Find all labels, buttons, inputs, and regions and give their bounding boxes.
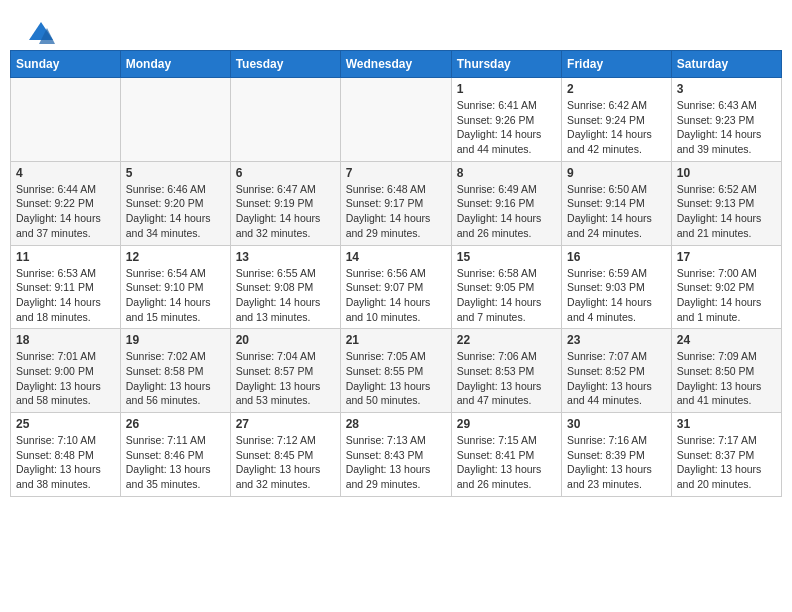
calendar-cell: 11Sunrise: 6:53 AM Sunset: 9:11 PM Dayli… xyxy=(11,245,121,329)
day-number: 11 xyxy=(16,250,115,264)
day-info: Sunrise: 6:52 AM Sunset: 9:13 PM Dayligh… xyxy=(677,182,776,241)
day-number: 4 xyxy=(16,166,115,180)
day-info: Sunrise: 6:54 AM Sunset: 9:10 PM Dayligh… xyxy=(126,266,225,325)
days-header-row: SundayMondayTuesdayWednesdayThursdayFrid… xyxy=(11,51,782,78)
day-info: Sunrise: 7:13 AM Sunset: 8:43 PM Dayligh… xyxy=(346,433,446,492)
day-info: Sunrise: 7:01 AM Sunset: 9:00 PM Dayligh… xyxy=(16,349,115,408)
day-number: 28 xyxy=(346,417,446,431)
calendar-cell: 21Sunrise: 7:05 AM Sunset: 8:55 PM Dayli… xyxy=(340,329,451,413)
calendar-cell xyxy=(340,78,451,162)
day-number: 3 xyxy=(677,82,776,96)
calendar-cell: 13Sunrise: 6:55 AM Sunset: 9:08 PM Dayli… xyxy=(230,245,340,329)
day-info: Sunrise: 7:16 AM Sunset: 8:39 PM Dayligh… xyxy=(567,433,666,492)
calendar-week-5: 25Sunrise: 7:10 AM Sunset: 8:48 PM Dayli… xyxy=(11,413,782,497)
day-info: Sunrise: 7:00 AM Sunset: 9:02 PM Dayligh… xyxy=(677,266,776,325)
day-number: 22 xyxy=(457,333,556,347)
logo xyxy=(25,20,55,40)
day-info: Sunrise: 7:06 AM Sunset: 8:53 PM Dayligh… xyxy=(457,349,556,408)
day-number: 27 xyxy=(236,417,335,431)
day-number: 20 xyxy=(236,333,335,347)
day-number: 7 xyxy=(346,166,446,180)
calendar-week-3: 11Sunrise: 6:53 AM Sunset: 9:11 PM Dayli… xyxy=(11,245,782,329)
calendar-cell xyxy=(11,78,121,162)
calendar-cell: 9Sunrise: 6:50 AM Sunset: 9:14 PM Daylig… xyxy=(562,161,672,245)
calendar-cell xyxy=(230,78,340,162)
calendar-cell: 19Sunrise: 7:02 AM Sunset: 8:58 PM Dayli… xyxy=(120,329,230,413)
day-info: Sunrise: 6:46 AM Sunset: 9:20 PM Dayligh… xyxy=(126,182,225,241)
calendar-cell: 8Sunrise: 6:49 AM Sunset: 9:16 PM Daylig… xyxy=(451,161,561,245)
calendar-cell: 2Sunrise: 6:42 AM Sunset: 9:24 PM Daylig… xyxy=(562,78,672,162)
day-header-monday: Monday xyxy=(120,51,230,78)
calendar-cell: 5Sunrise: 6:46 AM Sunset: 9:20 PM Daylig… xyxy=(120,161,230,245)
day-info: Sunrise: 7:04 AM Sunset: 8:57 PM Dayligh… xyxy=(236,349,335,408)
day-header-saturday: Saturday xyxy=(671,51,781,78)
calendar-cell: 31Sunrise: 7:17 AM Sunset: 8:37 PM Dayli… xyxy=(671,413,781,497)
calendar-week-1: 1Sunrise: 6:41 AM Sunset: 9:26 PM Daylig… xyxy=(11,78,782,162)
day-number: 1 xyxy=(457,82,556,96)
calendar-cell: 4Sunrise: 6:44 AM Sunset: 9:22 PM Daylig… xyxy=(11,161,121,245)
calendar-cell: 16Sunrise: 6:59 AM Sunset: 9:03 PM Dayli… xyxy=(562,245,672,329)
day-number: 12 xyxy=(126,250,225,264)
calendar-table: SundayMondayTuesdayWednesdayThursdayFrid… xyxy=(10,50,782,497)
day-info: Sunrise: 6:53 AM Sunset: 9:11 PM Dayligh… xyxy=(16,266,115,325)
day-info: Sunrise: 6:56 AM Sunset: 9:07 PM Dayligh… xyxy=(346,266,446,325)
day-number: 8 xyxy=(457,166,556,180)
day-info: Sunrise: 6:50 AM Sunset: 9:14 PM Dayligh… xyxy=(567,182,666,241)
calendar-cell: 3Sunrise: 6:43 AM Sunset: 9:23 PM Daylig… xyxy=(671,78,781,162)
calendar-cell: 24Sunrise: 7:09 AM Sunset: 8:50 PM Dayli… xyxy=(671,329,781,413)
calendar-cell: 27Sunrise: 7:12 AM Sunset: 8:45 PM Dayli… xyxy=(230,413,340,497)
calendar-header: SundayMondayTuesdayWednesdayThursdayFrid… xyxy=(11,51,782,78)
day-number: 13 xyxy=(236,250,335,264)
calendar-cell: 23Sunrise: 7:07 AM Sunset: 8:52 PM Dayli… xyxy=(562,329,672,413)
day-info: Sunrise: 6:55 AM Sunset: 9:08 PM Dayligh… xyxy=(236,266,335,325)
calendar-cell: 29Sunrise: 7:15 AM Sunset: 8:41 PM Dayli… xyxy=(451,413,561,497)
day-number: 2 xyxy=(567,82,666,96)
calendar-cell: 17Sunrise: 7:00 AM Sunset: 9:02 PM Dayli… xyxy=(671,245,781,329)
calendar-cell: 22Sunrise: 7:06 AM Sunset: 8:53 PM Dayli… xyxy=(451,329,561,413)
day-number: 25 xyxy=(16,417,115,431)
day-number: 26 xyxy=(126,417,225,431)
day-header-thursday: Thursday xyxy=(451,51,561,78)
calendar-week-2: 4Sunrise: 6:44 AM Sunset: 9:22 PM Daylig… xyxy=(11,161,782,245)
day-number: 15 xyxy=(457,250,556,264)
day-info: Sunrise: 6:44 AM Sunset: 9:22 PM Dayligh… xyxy=(16,182,115,241)
day-info: Sunrise: 6:59 AM Sunset: 9:03 PM Dayligh… xyxy=(567,266,666,325)
day-info: Sunrise: 6:43 AM Sunset: 9:23 PM Dayligh… xyxy=(677,98,776,157)
calendar-cell: 28Sunrise: 7:13 AM Sunset: 8:43 PM Dayli… xyxy=(340,413,451,497)
day-info: Sunrise: 7:05 AM Sunset: 8:55 PM Dayligh… xyxy=(346,349,446,408)
day-number: 30 xyxy=(567,417,666,431)
calendar-cell: 6Sunrise: 6:47 AM Sunset: 9:19 PM Daylig… xyxy=(230,161,340,245)
calendar-cell: 18Sunrise: 7:01 AM Sunset: 9:00 PM Dayli… xyxy=(11,329,121,413)
calendar-cell: 20Sunrise: 7:04 AM Sunset: 8:57 PM Dayli… xyxy=(230,329,340,413)
day-number: 10 xyxy=(677,166,776,180)
day-number: 14 xyxy=(346,250,446,264)
day-number: 16 xyxy=(567,250,666,264)
day-info: Sunrise: 7:12 AM Sunset: 8:45 PM Dayligh… xyxy=(236,433,335,492)
day-number: 23 xyxy=(567,333,666,347)
calendar-cell: 26Sunrise: 7:11 AM Sunset: 8:46 PM Dayli… xyxy=(120,413,230,497)
day-header-friday: Friday xyxy=(562,51,672,78)
day-number: 18 xyxy=(16,333,115,347)
calendar-body: 1Sunrise: 6:41 AM Sunset: 9:26 PM Daylig… xyxy=(11,78,782,497)
calendar-cell: 15Sunrise: 6:58 AM Sunset: 9:05 PM Dayli… xyxy=(451,245,561,329)
day-info: Sunrise: 7:10 AM Sunset: 8:48 PM Dayligh… xyxy=(16,433,115,492)
day-info: Sunrise: 7:11 AM Sunset: 8:46 PM Dayligh… xyxy=(126,433,225,492)
day-info: Sunrise: 7:17 AM Sunset: 8:37 PM Dayligh… xyxy=(677,433,776,492)
day-number: 24 xyxy=(677,333,776,347)
calendar-cell: 10Sunrise: 6:52 AM Sunset: 9:13 PM Dayli… xyxy=(671,161,781,245)
day-info: Sunrise: 7:09 AM Sunset: 8:50 PM Dayligh… xyxy=(677,349,776,408)
page-header xyxy=(10,10,782,45)
day-number: 31 xyxy=(677,417,776,431)
day-number: 6 xyxy=(236,166,335,180)
calendar-week-4: 18Sunrise: 7:01 AM Sunset: 9:00 PM Dayli… xyxy=(11,329,782,413)
logo-icon xyxy=(27,20,55,48)
day-number: 9 xyxy=(567,166,666,180)
day-info: Sunrise: 7:02 AM Sunset: 8:58 PM Dayligh… xyxy=(126,349,225,408)
day-number: 29 xyxy=(457,417,556,431)
day-info: Sunrise: 6:42 AM Sunset: 9:24 PM Dayligh… xyxy=(567,98,666,157)
calendar-cell: 7Sunrise: 6:48 AM Sunset: 9:17 PM Daylig… xyxy=(340,161,451,245)
day-info: Sunrise: 6:49 AM Sunset: 9:16 PM Dayligh… xyxy=(457,182,556,241)
calendar-cell: 1Sunrise: 6:41 AM Sunset: 9:26 PM Daylig… xyxy=(451,78,561,162)
day-info: Sunrise: 7:15 AM Sunset: 8:41 PM Dayligh… xyxy=(457,433,556,492)
day-header-tuesday: Tuesday xyxy=(230,51,340,78)
